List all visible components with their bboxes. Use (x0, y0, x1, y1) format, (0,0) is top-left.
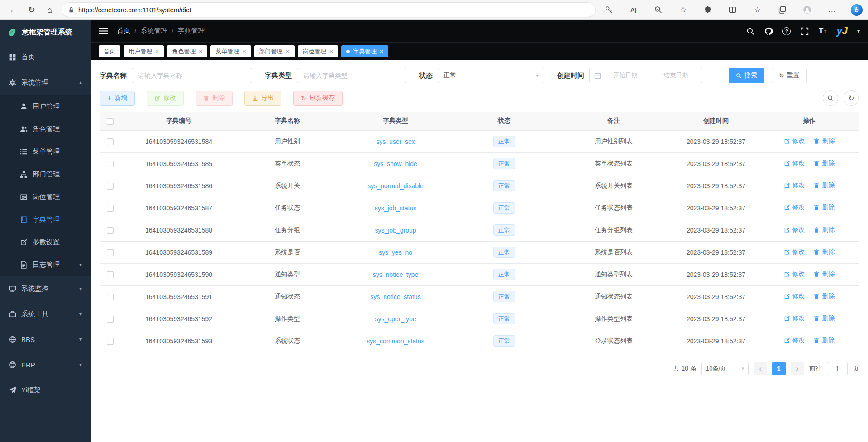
sidebar-item-param-settings[interactable]: 参数设置 (0, 231, 91, 253)
row-edit-button[interactable]: 修改 (784, 337, 805, 345)
dict-type-link[interactable]: sys_job_status (375, 204, 417, 212)
tab-close-icon[interactable]: × (329, 48, 333, 55)
sidebar-item-log-management[interactable]: 日志管理 ▾ (0, 253, 91, 276)
row-checkbox[interactable] (107, 227, 114, 234)
browser-back-button[interactable]: ← (5, 2, 23, 18)
row-checkbox[interactable] (107, 316, 114, 323)
refresh-table-button[interactable]: ↻ (844, 90, 859, 106)
tab-menu-management[interactable]: 菜单管理 × (210, 45, 251, 57)
sidebar-item-post-management[interactable]: 岗位管理 (0, 185, 91, 208)
browser-home-button[interactable]: ⌂ (41, 2, 59, 18)
row-checkbox[interactable] (107, 161, 114, 167)
row-edit-button[interactable]: 修改 (784, 270, 805, 278)
row-delete-button[interactable]: 删除 (813, 292, 835, 300)
tab-dict-management[interactable]: 字典管理 × (341, 45, 388, 57)
dict-type-input[interactable] (297, 68, 406, 83)
user-menu-caret-icon[interactable]: ▾ (857, 28, 860, 34)
sidebar-item-dict-management[interactable]: 字典管理 (0, 208, 91, 231)
split-screen-icon[interactable] (727, 4, 739, 16)
create-time-range-picker[interactable]: 开始日期 - 结束日期 (589, 68, 702, 83)
row-checkbox[interactable] (107, 338, 114, 345)
dict-type-link[interactable]: sys_oper_type (375, 315, 416, 323)
zoom-out-icon[interactable] (653, 4, 664, 16)
breadcrumb-home[interactable]: 首页 (117, 27, 130, 35)
page-size-select[interactable]: 10条/页 ▾ (701, 362, 749, 375)
row-delete-button[interactable]: 删除 (813, 204, 835, 212)
row-checkbox[interactable] (107, 183, 114, 190)
address-bar[interactable]: https://ccnetcore.com:1101/system/dict (62, 2, 596, 17)
next-page-button[interactable]: › (791, 362, 804, 375)
row-delete-button[interactable]: 删除 (813, 137, 835, 145)
dict-type-link[interactable]: sys_notice_status (370, 293, 420, 300)
row-checkbox[interactable] (107, 205, 114, 212)
toggle-search-button[interactable] (823, 90, 838, 106)
dict-type-link[interactable]: sys_normal_disable (367, 182, 424, 190)
bing-discover-icon[interactable]: b (851, 4, 863, 16)
current-page-button[interactable]: 1 (772, 362, 786, 375)
add-button[interactable]: + 新增 (100, 91, 135, 106)
export-button[interactable]: 导出 (244, 91, 281, 106)
user-logo[interactable]: yJ (836, 25, 847, 37)
browser-settings-more-icon[interactable]: … (826, 4, 838, 16)
sidebar-toggle-icon[interactable] (99, 27, 108, 35)
dict-type-link[interactable]: sys_show_hide (374, 160, 417, 167)
dict-type-link[interactable]: sys_notice_type (373, 271, 418, 278)
row-checkbox[interactable] (107, 271, 114, 278)
row-delete-button[interactable]: 删除 (813, 159, 835, 167)
dict-name-input[interactable] (132, 68, 252, 83)
row-edit-button[interactable]: 修改 (784, 292, 805, 300)
edit-button[interactable]: 修改 (147, 91, 184, 106)
row-checkbox[interactable] (107, 249, 114, 256)
row-delete-button[interactable]: 删除 (813, 270, 835, 278)
row-delete-button[interactable]: 删除 (813, 337, 835, 345)
dict-type-link[interactable]: sys_user_sex (376, 138, 415, 145)
row-edit-button[interactable]: 修改 (784, 314, 805, 323)
sidebar-item-system-tools[interactable]: 系统工具 ▾ (0, 301, 91, 327)
sidebar-item-home[interactable]: 首页 (0, 44, 91, 70)
dict-type-link[interactable]: sys_common_status (367, 337, 424, 345)
tab-post-management[interactable]: 岗位管理 × (298, 45, 338, 57)
row-edit-button[interactable]: 修改 (784, 159, 805, 167)
row-edit-button[interactable]: 修改 (784, 248, 805, 256)
tab-dept-management[interactable]: 部门管理 × (254, 45, 295, 57)
tab-close-icon[interactable]: × (199, 48, 202, 55)
fullscreen-icon[interactable] (801, 27, 809, 35)
delete-button[interactable]: 删除 (196, 91, 233, 106)
row-delete-button[interactable]: 删除 (813, 314, 835, 323)
row-edit-button[interactable]: 修改 (784, 137, 805, 145)
font-size-icon[interactable]: T T (819, 27, 826, 35)
tab-home[interactable]: 首页 (99, 45, 120, 57)
tab-close-icon[interactable]: × (380, 48, 383, 55)
tab-user-management[interactable]: 用户管理 × (124, 45, 164, 57)
row-delete-button[interactable]: 删除 (813, 226, 835, 234)
row-delete-button[interactable]: 删除 (813, 181, 835, 190)
favorites-bar-icon[interactable]: ☆ (752, 4, 763, 16)
tab-close-icon[interactable]: × (242, 48, 246, 55)
add-favorite-star-icon[interactable]: ☆ (677, 4, 689, 16)
browser-refresh-button[interactable]: ↻ (23, 2, 41, 18)
row-edit-button[interactable]: 修改 (784, 181, 805, 190)
sidebar-item-user-management[interactable]: 用户管理 (0, 95, 91, 118)
sidebar-item-erp[interactable]: ERP ▾ (0, 352, 91, 377)
status-select[interactable]: 正常 ▾ (438, 68, 544, 83)
help-icon[interactable]: ? (782, 27, 791, 35)
goto-page-input[interactable] (827, 362, 848, 375)
select-all-checkbox[interactable] (107, 118, 114, 125)
tab-close-icon[interactable]: × (155, 48, 159, 55)
browser-profile-avatar[interactable] (801, 4, 813, 15)
row-checkbox[interactable] (107, 138, 114, 145)
sidebar-item-bbs[interactable]: BBS ▾ (0, 327, 91, 352)
row-checkbox[interactable] (107, 294, 114, 300)
sidebar-item-yi-framework[interactable]: Yi框架 (0, 377, 91, 403)
dict-type-link[interactable]: sys_job_group (375, 227, 416, 234)
search-button[interactable]: 搜索 (729, 68, 764, 83)
refresh-cache-button[interactable]: ↻ 刷新缓存 (293, 91, 343, 106)
github-icon[interactable] (764, 27, 773, 35)
extensions-icon[interactable] (702, 4, 714, 16)
breadcrumb-system-management[interactable]: 系统管理 (140, 27, 167, 35)
sidebar-item-system-management[interactable]: 系统管理 ▴ (0, 70, 91, 95)
read-aloud-icon[interactable]: A) (628, 4, 639, 16)
row-edit-button[interactable]: 修改 (784, 226, 805, 234)
sidebar-item-system-monitor[interactable]: 系统监控 ▾ (0, 276, 91, 301)
prev-page-button[interactable]: ‹ (754, 362, 767, 375)
